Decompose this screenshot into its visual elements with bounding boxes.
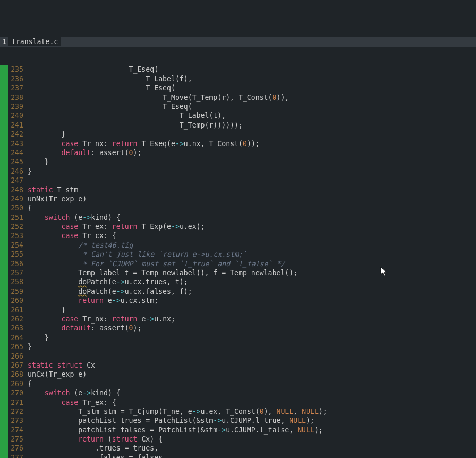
code-line[interactable]: 260 return e->u.cx.stm; (0, 296, 476, 305)
line-number: 248 (8, 185, 23, 194)
code-content[interactable]: doPatch(e->u.cx.trues, t); (23, 277, 188, 286)
code-content[interactable]: return e->u.cx.stm; (23, 296, 158, 305)
code-line[interactable]: 238 T_Move(T_Temp(r), T_Const(0)), (0, 93, 476, 102)
code-line[interactable]: 249unNx(Tr_exp e) (0, 194, 476, 203)
code-line[interactable]: 275 return (struct Cx) { (0, 435, 476, 444)
code-line[interactable]: 258 doPatch(e->u.cx.trues, t); (0, 277, 476, 286)
code-line[interactable]: 267static struct Cx (0, 361, 476, 370)
code-content[interactable]: T_Eseq( (23, 102, 192, 111)
code-line[interactable]: 251 switch (e->kind) { (0, 213, 476, 222)
code-content[interactable]: T_Eseq( (23, 83, 175, 92)
code-content[interactable]: T_Label(t), (23, 111, 226, 120)
code-content[interactable]: } (23, 157, 49, 166)
tab-file-label[interactable]: translate.c (8, 37, 61, 46)
code-line[interactable]: 256 * For `CJUMP` must set `l_true` and … (0, 259, 476, 268)
code-line[interactable]: 245 } (0, 157, 476, 166)
code-content[interactable]: { (23, 203, 32, 213)
code-line[interactable]: 252 case Tr_ex: return T_Exp(e->u.ex); (0, 222, 476, 231)
code-content[interactable]: T_Eseq( (23, 65, 158, 74)
line-number: 238 (8, 93, 23, 102)
code-line[interactable]: 263 default: assert(0); (0, 324, 476, 333)
code-line[interactable]: 241 T_Temp(r)))))); (0, 121, 476, 130)
sign-column (0, 157, 8, 166)
code-line[interactable]: 264 } (0, 333, 476, 342)
code-line[interactable]: 255 * Can't just like `return e->u.cx.st… (0, 250, 476, 259)
code-content[interactable] (23, 176, 28, 185)
code-content[interactable]: } (23, 342, 32, 351)
code-line[interactable]: 236 T_Label(f), (0, 74, 476, 83)
code-content[interactable]: return (struct Cx) { (23, 435, 163, 444)
code-line[interactable]: 239 T_Eseq( (0, 102, 476, 111)
code-line[interactable]: 274 patchList falses = PatchList(&stm->u… (0, 426, 476, 435)
code-content[interactable]: T_Move(T_Temp(r), T_Const(0)), (23, 93, 289, 102)
code-line[interactable]: 265} (0, 342, 476, 351)
code-line[interactable]: 266 (0, 352, 476, 361)
code-line[interactable]: 259 doPatch(e->u.cx.falses, f); (0, 287, 476, 296)
code-line[interactable]: 277 .falses = falses, (0, 453, 476, 458)
sign-column (0, 370, 8, 379)
code-content[interactable]: case Tr_ex: { (23, 398, 116, 407)
code-line[interactable]: 240 T_Label(t), (0, 111, 476, 120)
code-content[interactable]: } (23, 333, 49, 342)
code-content[interactable]: unCx(Tr_exp e) (23, 370, 87, 379)
code-content[interactable]: unNx(Tr_exp e) (23, 194, 87, 203)
code-line[interactable]: 235 T_Eseq( (0, 65, 476, 74)
code-line[interactable]: 257 Temp_label t = Temp_newlabel(), f = … (0, 268, 476, 277)
code-content[interactable]: .trues = trues, (23, 444, 158, 453)
code-line[interactable]: 272 T_stm stm = T_Cjump(T_ne, e->u.ex, T… (0, 407, 476, 416)
code-line[interactable]: 254 /* test46.tig (0, 241, 476, 250)
code-content[interactable]: switch (e->kind) { (23, 388, 121, 397)
code-content[interactable]: } (23, 130, 65, 139)
code-content[interactable]: patchList falses = PatchList(&stm->u.CJU… (23, 426, 323, 435)
code-content[interactable]: } (23, 306, 65, 315)
code-content[interactable]: T_stm stm = T_Cjump(T_ne, e->u.ex, T_Con… (23, 407, 327, 416)
code-content[interactable]: * Can't just like `return e->u.cx.stm;` (23, 250, 247, 259)
line-number: 237 (8, 83, 23, 92)
line-number: 272 (8, 407, 23, 416)
code-line[interactable]: 243 case Tr_nx: return T_Eseq(e->u.nx, T… (0, 139, 476, 148)
code-content[interactable] (23, 352, 28, 361)
sign-column (0, 241, 8, 250)
code-content[interactable]: case Tr_nx: return e->u.nx; (23, 315, 175, 324)
code-content[interactable]: T_Label(f), (23, 74, 192, 83)
code-line[interactable]: 262 case Tr_nx: return e->u.nx; (0, 315, 476, 324)
code-line[interactable]: 268unCx(Tr_exp e) (0, 370, 476, 379)
code-content[interactable]: default: assert(0); (23, 148, 141, 157)
code-content[interactable]: default: assert(0); (23, 324, 141, 333)
code-content[interactable]: } (23, 167, 32, 176)
code-content[interactable]: static struct Cx (23, 361, 95, 370)
code-line[interactable]: 276 .trues = trues, (0, 444, 476, 453)
code-content[interactable]: patchList trues = PatchList(&stm->u.CJUM… (23, 416, 314, 425)
code-content[interactable]: static T_stm (23, 185, 78, 194)
code-line[interactable]: 269{ (0, 379, 476, 388)
code-content[interactable]: /* test46.tig (23, 241, 133, 250)
sign-column (0, 203, 8, 213)
code-line[interactable]: 242 } (0, 130, 476, 139)
sign-column (0, 93, 8, 102)
code-content[interactable]: case Tr_cx: { (23, 231, 116, 240)
code-line[interactable]: 237 T_Eseq( (0, 83, 476, 92)
code-line[interactable]: 247 (0, 176, 476, 185)
code-content[interactable]: Temp_label t = Temp_newlabel(), f = Temp… (23, 268, 298, 277)
code-content[interactable]: .falses = falses, (23, 453, 167, 458)
code-line[interactable]: 261 } (0, 306, 476, 315)
editor-area[interactable]: 235 T_Eseq(236 T_Label(f),237 T_Eseq(238… (0, 65, 476, 458)
code-line[interactable]: 250{ (0, 203, 476, 213)
code-line[interactable]: 270 switch (e->kind) { (0, 388, 476, 397)
code-content[interactable]: case Tr_nx: return T_Eseq(e->u.nx, T_Con… (23, 139, 260, 148)
code-content[interactable]: switch (e->kind) { (23, 213, 121, 222)
line-number: 250 (8, 203, 23, 213)
code-content[interactable]: doPatch(e->u.cx.falses, f); (23, 287, 192, 296)
code-content[interactable]: * For `CJUMP` must set `l_true` and `l_f… (23, 259, 285, 268)
code-line[interactable]: 246} (0, 167, 476, 176)
code-line[interactable]: 273 patchList trues = PatchList(&stm->u.… (0, 416, 476, 425)
code-line[interactable]: 248static T_stm (0, 185, 476, 194)
code-content[interactable]: { (23, 379, 32, 388)
tab-bar[interactable]: 1 translate.c (0, 37, 476, 47)
code-content[interactable]: T_Temp(r)))))); (23, 121, 243, 130)
code-line[interactable]: 244 default: assert(0); (0, 148, 476, 157)
code-line[interactable]: 253 case Tr_cx: { (0, 231, 476, 240)
code-line[interactable]: 271 case Tr_ex: { (0, 398, 476, 407)
code-content[interactable]: case Tr_ex: return T_Exp(e->u.ex); (23, 222, 205, 231)
line-number: 247 (8, 176, 23, 185)
